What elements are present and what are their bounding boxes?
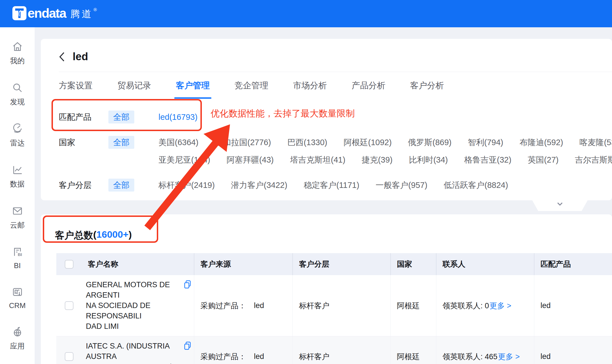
sidebar-item-label: 数据 [10, 179, 25, 189]
customer-name-cell: GENERAL MOTORS DE ARGENTI NA SOCIEDAD DE… [82, 275, 194, 336]
filter-all-layer[interactable]: 全部 [108, 179, 134, 192]
filter-row-layer: 客户分层 全部 标杆客户(2419) 潜力客户(3422) 稳定客户(1171)… [59, 179, 612, 192]
globe-leaf-icon [11, 325, 24, 340]
chart-icon [11, 163, 24, 177]
country-option[interactable]: 英国(27) [528, 153, 559, 166]
customer-layer-cell: 标杆客户 [293, 336, 391, 364]
tendata-logo-icon [12, 6, 26, 20]
radar-icon [11, 122, 24, 136]
country-option[interactable]: 亚美尼亚(104) [158, 153, 210, 166]
chevron-down-icon [555, 200, 565, 211]
layer-option[interactable]: 稳定客户(1171) [304, 179, 359, 192]
sidebar-item-cloudmail[interactable]: 云邮 [3, 202, 31, 232]
filter-label-product: 匹配产品 [59, 111, 108, 123]
copy-icon[interactable] [184, 280, 191, 291]
customer-panel: 客户总数 (16000+) 客户名称 客户来源 客户分层 国家 联系人 匹配产品… [41, 214, 612, 364]
country-option[interactable]: 阿根廷(1092) [343, 136, 392, 149]
country-option[interactable]: 布隆迪(592) [520, 136, 563, 149]
filter-all-product[interactable]: 全部 [108, 111, 134, 123]
collapse-toggle[interactable] [532, 200, 588, 211]
tab-product-analysis[interactable]: 产品分析 [352, 80, 385, 99]
more-link[interactable]: 更多 > [490, 301, 511, 311]
tab-customer-analysis[interactable]: 客户分析 [410, 80, 444, 99]
customer-total-count: 16000+ [96, 229, 128, 242]
sidebar-item-radar[interactable]: 雷达 [3, 120, 31, 150]
row-checkbox[interactable] [65, 301, 73, 310]
page-title: led [73, 51, 88, 63]
country-option[interactable]: 阿塞拜疆(43) [227, 153, 274, 166]
sidebar-item-crm[interactable]: CRM [3, 283, 31, 312]
sidebar-item-home[interactable]: 我的 [3, 38, 31, 68]
sidebar-item-discover[interactable]: 发现 [3, 79, 31, 109]
table-row: IATEC S.A. (INDUSTRIA AUSTRA L DE TECNOL… [56, 336, 612, 364]
country-option[interactable]: 格鲁吉亚(32) [464, 153, 512, 166]
country-option[interactable]: 俄罗斯(869) [408, 136, 452, 149]
tab-trade-records[interactable]: 贸易记录 [117, 80, 151, 99]
layer-option[interactable]: 低活跃客户(8824) [444, 179, 508, 192]
country-option[interactable]: 智利(794) [468, 136, 503, 149]
customer-country-cell: 阿根廷 [391, 336, 436, 364]
country-option[interactable]: 塔吉克斯坦(41) [290, 153, 345, 166]
country-option[interactable]: 孟加拉国(2776) [215, 136, 271, 149]
customer-table: 客户名称 客户来源 客户分层 国家 联系人 匹配产品 GENERAL MOTOR… [56, 253, 612, 364]
customer-country-cell: 阿根廷 [391, 275, 436, 336]
customer-source-cell: 采购过产品：led [194, 275, 293, 336]
customer-total-label: 客户总数 [55, 229, 93, 242]
registered-mark: ® [93, 6, 97, 14]
customer-total: 客户总数 (16000+) [41, 214, 612, 242]
tab-competitor-management[interactable]: 竞企管理 [234, 80, 268, 99]
filter-value-led[interactable]: led(16793) [158, 111, 198, 123]
country-option[interactable]: 美国(6364) [158, 136, 198, 149]
tendata-logo[interactable]: endata 腾道 ® [12, 6, 97, 22]
crm-book-icon [11, 286, 24, 300]
country-line-1: 美国(6364) 孟加拉国(2776) 巴西(1330) 阿根廷(1092) 俄… [158, 136, 612, 149]
back-button[interactable] [59, 52, 65, 62]
tab-bar: 方案设置 贸易记录 客户管理 竞企管理 市场分析 产品分析 客户分析 [59, 72, 612, 99]
select-all-checkbox[interactable] [65, 260, 73, 269]
sidebar-item-bi[interactable]: BI BI [3, 243, 31, 272]
col-header-product: 匹配产品 [534, 253, 612, 275]
customer-name-cell: IATEC S.A. (INDUSTRIA AUSTRA L DE TECNOL… [82, 336, 194, 364]
sidebar-item-data[interactable]: 数据 [3, 161, 31, 191]
table-row: GENERAL MOTORS DE ARGENTI NA SOCIEDAD DE… [56, 275, 612, 336]
country-option[interactable]: 吉尔吉斯斯 [575, 153, 612, 166]
country-option[interactable]: 比利时(34) [409, 153, 448, 166]
filter-all-country[interactable]: 全部 [108, 136, 134, 149]
sidebar-item-label: 云邮 [10, 220, 25, 230]
filter-row-country: 国家 全部 美国(6364) 孟加拉国(2776) 巴西(1330) 阿根廷(1… [59, 136, 612, 166]
customer-contact-cell: 领英联系人: 0更多 > [436, 275, 534, 336]
col-header-country: 国家 [391, 253, 436, 275]
tab-customer-management[interactable]: 客户管理 [176, 80, 210, 99]
more-link[interactable]: 更多 > [498, 352, 520, 362]
country-option[interactable]: 捷克(39) [362, 153, 393, 166]
copy-icon[interactable] [184, 341, 191, 353]
annotation-text: 优化数据性能，去掉了最大数量限制 [211, 107, 355, 120]
row-checkbox[interactable] [65, 352, 73, 361]
matched-product-cell: led [534, 336, 612, 364]
customer-layer-cell: 标杆客户 [293, 275, 391, 336]
layer-option[interactable]: 潜力客户(3422) [231, 179, 287, 192]
app-root: endata 腾道 ® 我的 发现 雷 [0, 0, 612, 364]
search-icon [11, 81, 24, 95]
filter-label-layer: 客户分层 [59, 179, 108, 192]
customer-contact-cell: 领英联系人: 465更多 > [436, 336, 534, 364]
col-header-source: 客户来源 [194, 253, 293, 275]
country-option[interactable]: 巴西(1330) [287, 136, 327, 149]
country-option[interactable]: 喀麦隆(53 [579, 136, 612, 149]
sidebar-item-label: CRM [9, 301, 26, 310]
filter-area: 匹配产品 全部 led(16793) 国家 全部 美国(6364) 孟加拉国(2… [59, 111, 612, 192]
tab-scheme-settings[interactable]: 方案设置 [59, 80, 93, 99]
sidebar-item-apps[interactable]: 应用 [3, 323, 31, 353]
logo-wordmark: endata [28, 6, 66, 21]
bi-doc-icon: BI [11, 246, 24, 260]
top-header: endata 腾道 ® [0, 0, 612, 27]
layer-option[interactable]: 标杆客户(2419) [158, 179, 215, 192]
sidebar-item-label: 应用 [10, 341, 25, 351]
tab-market-analysis[interactable]: 市场分析 [293, 80, 327, 99]
sidebar: 我的 发现 雷达 数据 [0, 27, 35, 364]
sidebar-item-label: 发现 [10, 97, 25, 107]
home-icon [11, 40, 24, 54]
layer-option[interactable]: 一般客户(957) [376, 179, 427, 192]
filter-label-country: 国家 [59, 136, 108, 149]
col-header-contact: 联系人 [436, 253, 534, 275]
